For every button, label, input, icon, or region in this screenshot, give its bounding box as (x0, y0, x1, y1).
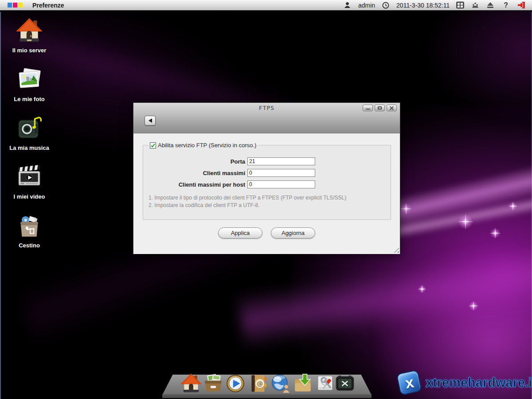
watermark-text: xtremehardware.it (426, 376, 532, 390)
dock-network-icon[interactable] (270, 373, 291, 394)
desktop-icon-label: I miei video (14, 193, 45, 200)
dock-downloads-icon[interactable] (293, 373, 313, 394)
desktop-icon-my-photos[interactable]: Le mie foto (4, 66, 55, 102)
max-clients-label: Clienti massimi (143, 170, 245, 176)
xtremehardware-logo-icon: x (396, 369, 422, 395)
check-icon (150, 143, 156, 148)
ftps-dialog: FTPS Abilita servizio FTP (Servizio in c… (133, 102, 400, 254)
form-row-max-clients-per-host: Clienti massimi per host (143, 179, 391, 190)
dock-media-player-icon[interactable] (225, 373, 246, 394)
user-icon (343, 1, 352, 9)
dock-tools-icon[interactable] (335, 373, 355, 394)
svg-text:@: @ (257, 379, 263, 387)
desktop-icon-my-music[interactable]: La mia musica (4, 115, 55, 151)
maximize-icon (378, 106, 382, 110)
clock-icon (381, 1, 390, 9)
datetime-display: 2011-3-30 18:52:11 (396, 2, 450, 9)
max-clients-per-host-input[interactable] (247, 180, 315, 188)
sparkle (468, 301, 479, 311)
desktop-icon-trash[interactable]: Cestino (4, 213, 55, 249)
desktop-icon-my-server[interactable]: Il mio server (4, 18, 55, 54)
form-row-max-clients: Clienti massimi (143, 167, 391, 179)
max-clients-per-host-label: Clienti massimi per host (143, 181, 245, 188)
sparkle (489, 227, 501, 239)
enable-ftp-checkbox[interactable] (150, 142, 156, 149)
logged-in-user: admin (358, 2, 375, 9)
enable-ftp-label: Abilita servizio FTP (Servizio in corso.… (158, 142, 256, 149)
trash-icon (16, 213, 42, 239)
dock-photos-icon[interactable] (203, 373, 223, 394)
back-arrow-icon (149, 118, 152, 123)
desktop: Preferenze admin 2011-3-30 18:52:11 ? (0, 0, 532, 399)
maximize-button[interactable] (375, 105, 385, 111)
dialog-header[interactable]: FTPS (133, 103, 400, 133)
sparkle (400, 203, 412, 215)
desktop-icon-label: Le mie foto (14, 96, 44, 102)
purple-streak (237, 239, 532, 350)
purple-glow (426, 0, 532, 124)
watermark: x xtremehardware.it (398, 372, 532, 394)
photos-icon (16, 66, 42, 92)
minimize-icon (366, 109, 370, 110)
back-button[interactable] (145, 116, 156, 125)
widgets-icon[interactable] (471, 1, 480, 9)
port-input[interactable] (247, 157, 315, 165)
help-icon[interactable]: ? (501, 1, 511, 9)
desktop-icon-label: Cestino (19, 242, 40, 249)
minimize-button[interactable] (363, 105, 373, 111)
music-icon (16, 115, 42, 141)
port-label: Porta (143, 158, 245, 165)
apply-button[interactable]: Applica (218, 227, 262, 239)
note-line-1: 1. Impostare il tipo di protocollo del c… (149, 194, 391, 202)
refresh-button[interactable]: Aggiorna (271, 227, 315, 239)
eject-icon[interactable] (486, 1, 495, 9)
dock-contacts-icon[interactable]: @ (248, 373, 269, 394)
desktop-icon-label: La mia musica (9, 145, 49, 151)
sparkle (508, 201, 518, 211)
logout-icon[interactable] (517, 1, 526, 9)
max-clients-input[interactable] (247, 169, 315, 177)
note-line-2: 2. Impostare la codifica del client FTP … (149, 202, 391, 209)
desktop-icon-my-videos[interactable]: I miei video (4, 164, 55, 200)
sparkle (457, 213, 474, 230)
sparkle (418, 285, 426, 293)
dock-front-edge (162, 394, 372, 398)
top-menu-bar: Preferenze admin 2011-3-30 18:52:11 ? (0, 0, 532, 11)
dialog-content: Abilita servizio FTP (Servizio in corso.… (133, 133, 400, 254)
home-icon (16, 18, 42, 43)
desktop-icon-label: Il mio server (12, 47, 47, 54)
video-icon (16, 164, 42, 190)
ftp-service-fieldset: Abilita servizio FTP (Servizio in corso.… (143, 142, 391, 220)
screen-edge (0, 12, 1, 399)
page-title: Preferenze (32, 2, 64, 9)
form-row-port: Porta (143, 156, 391, 167)
close-button[interactable] (387, 105, 397, 111)
apps-grid-icon[interactable] (456, 1, 465, 9)
dock-disk-utility-icon[interactable] (316, 373, 336, 394)
dock-home-icon[interactable] (181, 373, 201, 394)
brand-logo-icon (8, 3, 23, 8)
dialog-title: FTPS (133, 105, 400, 111)
